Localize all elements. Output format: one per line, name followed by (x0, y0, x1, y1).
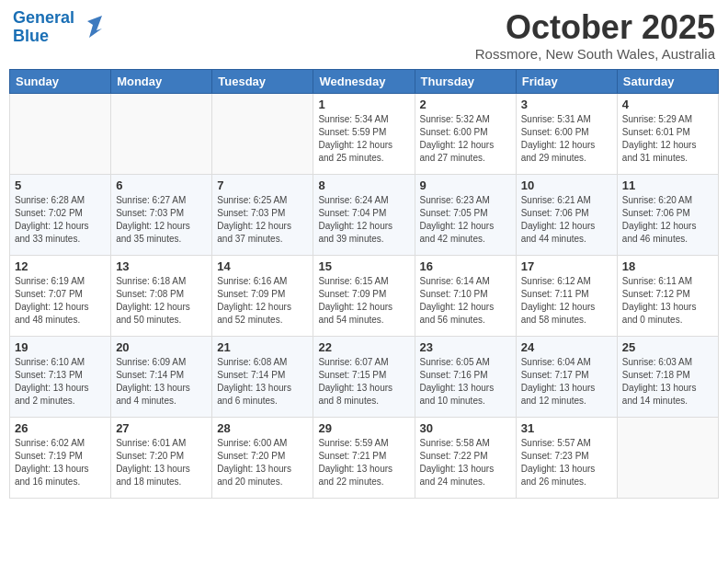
calendar-cell: 6Sunrise: 6:27 AM Sunset: 7:03 PM Daylig… (111, 174, 212, 255)
day-info: Sunrise: 5:32 AM Sunset: 6:00 PM Dayligh… (420, 113, 511, 165)
day-number: 19 (15, 340, 106, 354)
day-number: 8 (318, 178, 409, 192)
day-number: 16 (420, 259, 511, 273)
day-info: Sunrise: 6:01 AM Sunset: 7:20 PM Dayligh… (116, 437, 207, 488)
weekday-header-saturday: Saturday (617, 69, 718, 93)
calendar-cell: 14Sunrise: 6:16 AM Sunset: 7:09 PM Dayli… (212, 255, 313, 336)
day-number: 12 (15, 259, 106, 273)
day-number: 7 (217, 178, 308, 192)
day-info: Sunrise: 6:05 AM Sunset: 7:16 PM Dayligh… (420, 356, 511, 408)
day-info: Sunrise: 5:58 AM Sunset: 7:22 PM Dayligh… (420, 437, 511, 488)
calendar-cell: 23Sunrise: 6:05 AM Sunset: 7:16 PM Dayli… (415, 336, 516, 417)
day-info: Sunrise: 6:23 AM Sunset: 7:05 PM Dayligh… (420, 194, 511, 246)
day-number: 23 (420, 340, 511, 354)
day-number: 13 (116, 259, 207, 273)
calendar-cell: 18Sunrise: 6:11 AM Sunset: 7:12 PM Dayli… (617, 255, 718, 336)
logo-line2: Blue (13, 27, 49, 45)
day-info: Sunrise: 6:10 AM Sunset: 7:13 PM Dayligh… (15, 356, 106, 408)
day-info: Sunrise: 6:20 AM Sunset: 7:06 PM Dayligh… (622, 194, 713, 246)
day-number: 5 (15, 178, 106, 192)
day-number: 27 (116, 421, 207, 435)
calendar-cell: 27Sunrise: 6:01 AM Sunset: 7:20 PM Dayli… (111, 417, 212, 498)
calendar-cell: 13Sunrise: 6:18 AM Sunset: 7:08 PM Dayli… (111, 255, 212, 336)
calendar-cell: 28Sunrise: 6:00 AM Sunset: 7:20 PM Dayli… (212, 417, 313, 498)
calendar-cell: 5Sunrise: 6:28 AM Sunset: 7:02 PM Daylig… (10, 174, 111, 255)
day-number: 10 (521, 178, 612, 192)
calendar-cell: 8Sunrise: 6:24 AM Sunset: 7:04 PM Daylig… (313, 174, 415, 255)
day-info: Sunrise: 5:57 AM Sunset: 7:23 PM Dayligh… (521, 437, 612, 488)
day-number: 30 (420, 421, 511, 435)
calendar-table: SundayMondayTuesdayWednesdayThursdayFrid… (9, 69, 719, 499)
day-info: Sunrise: 6:08 AM Sunset: 7:14 PM Dayligh… (217, 356, 308, 408)
day-number: 15 (318, 259, 409, 273)
day-info: Sunrise: 6:15 AM Sunset: 7:09 PM Dayligh… (318, 275, 409, 327)
weekday-header-wednesday: Wednesday (313, 69, 415, 93)
day-info: Sunrise: 6:11 AM Sunset: 7:12 PM Dayligh… (622, 275, 713, 327)
day-info: Sunrise: 6:24 AM Sunset: 7:04 PM Dayligh… (318, 194, 409, 246)
day-number: 29 (318, 421, 409, 435)
day-info: Sunrise: 6:21 AM Sunset: 7:06 PM Dayligh… (521, 194, 612, 246)
day-number: 24 (521, 340, 612, 354)
day-info: Sunrise: 6:03 AM Sunset: 7:18 PM Dayligh… (622, 356, 713, 408)
calendar-cell (212, 93, 313, 174)
day-number: 25 (622, 340, 713, 354)
weekday-header-sunday: Sunday (10, 69, 111, 93)
day-info: Sunrise: 6:07 AM Sunset: 7:15 PM Dayligh… (318, 356, 409, 408)
calendar-cell: 7Sunrise: 6:25 AM Sunset: 7:03 PM Daylig… (212, 174, 313, 255)
day-info: Sunrise: 6:16 AM Sunset: 7:09 PM Dayligh… (217, 275, 308, 327)
calendar-title: October 2025 (475, 9, 715, 46)
calendar-cell: 17Sunrise: 6:12 AM Sunset: 7:11 PM Dayli… (516, 255, 617, 336)
day-info: Sunrise: 6:02 AM Sunset: 7:19 PM Dayligh… (15, 437, 106, 488)
day-number: 26 (15, 421, 106, 435)
weekday-header-row: SundayMondayTuesdayWednesdayThursdayFrid… (10, 69, 719, 93)
day-info: Sunrise: 6:04 AM Sunset: 7:17 PM Dayligh… (521, 356, 612, 408)
calendar-subtitle: Rossmore, New South Wales, Australia (475, 46, 715, 62)
calendar-cell: 12Sunrise: 6:19 AM Sunset: 7:07 PM Dayli… (10, 255, 111, 336)
day-info: Sunrise: 6:19 AM Sunset: 7:07 PM Dayligh… (15, 275, 106, 327)
logo: General Blue (13, 9, 104, 46)
calendar-cell (111, 93, 212, 174)
day-number: 11 (622, 178, 713, 192)
calendar-cell: 11Sunrise: 6:20 AM Sunset: 7:06 PM Dayli… (617, 174, 718, 255)
calendar-cell: 9Sunrise: 6:23 AM Sunset: 7:05 PM Daylig… (415, 174, 516, 255)
day-info: Sunrise: 6:12 AM Sunset: 7:11 PM Dayligh… (521, 275, 612, 327)
week-row-1: 1Sunrise: 5:34 AM Sunset: 5:59 PM Daylig… (10, 93, 719, 174)
day-info: Sunrise: 6:09 AM Sunset: 7:14 PM Dayligh… (116, 356, 207, 408)
day-number: 14 (217, 259, 308, 273)
day-info: Sunrise: 5:29 AM Sunset: 6:01 PM Dayligh… (622, 113, 713, 165)
calendar-cell: 1Sunrise: 5:34 AM Sunset: 5:59 PM Daylig… (313, 93, 415, 174)
calendar-cell (10, 93, 111, 174)
day-info: Sunrise: 6:14 AM Sunset: 7:10 PM Dayligh… (420, 275, 511, 327)
svg-marker-0 (87, 16, 102, 38)
calendar-cell: 2Sunrise: 5:32 AM Sunset: 6:00 PM Daylig… (415, 93, 516, 174)
calendar-cell (617, 417, 718, 498)
day-number: 4 (622, 98, 713, 111)
week-row-4: 19Sunrise: 6:10 AM Sunset: 7:13 PM Dayli… (10, 336, 719, 417)
calendar-cell: 15Sunrise: 6:15 AM Sunset: 7:09 PM Dayli… (313, 255, 415, 336)
calendar-cell: 25Sunrise: 6:03 AM Sunset: 7:18 PM Dayli… (617, 336, 718, 417)
logo-line1: General (13, 8, 74, 27)
day-number: 31 (521, 421, 612, 435)
calendar-cell: 19Sunrise: 6:10 AM Sunset: 7:13 PM Dayli… (10, 336, 111, 417)
calendar-cell: 22Sunrise: 6:07 AM Sunset: 7:15 PM Dayli… (313, 336, 415, 417)
weekday-header-thursday: Thursday (415, 69, 516, 93)
calendar-cell: 10Sunrise: 6:21 AM Sunset: 7:06 PM Dayli… (516, 174, 617, 255)
day-info: Sunrise: 5:59 AM Sunset: 7:21 PM Dayligh… (318, 437, 409, 488)
title-block: October 2025 Rossmore, New South Wales, … (475, 9, 715, 62)
weekday-header-monday: Monday (111, 69, 212, 93)
weekday-header-friday: Friday (516, 69, 617, 93)
week-row-3: 12Sunrise: 6:19 AM Sunset: 7:07 PM Dayli… (10, 255, 719, 336)
week-row-2: 5Sunrise: 6:28 AM Sunset: 7:02 PM Daylig… (10, 174, 719, 255)
logo-icon (76, 14, 104, 41)
calendar-cell: 29Sunrise: 5:59 AM Sunset: 7:21 PM Dayli… (313, 417, 415, 498)
logo-text: General Blue (13, 9, 74, 46)
day-number: 17 (521, 259, 612, 273)
week-row-5: 26Sunrise: 6:02 AM Sunset: 7:19 PM Dayli… (10, 417, 719, 498)
calendar-cell: 16Sunrise: 6:14 AM Sunset: 7:10 PM Dayli… (415, 255, 516, 336)
calendar-cell: 21Sunrise: 6:08 AM Sunset: 7:14 PM Dayli… (212, 336, 313, 417)
calendar-cell: 4Sunrise: 5:29 AM Sunset: 6:01 PM Daylig… (617, 93, 718, 174)
day-info: Sunrise: 6:28 AM Sunset: 7:02 PM Dayligh… (15, 194, 106, 246)
day-info: Sunrise: 5:34 AM Sunset: 5:59 PM Dayligh… (318, 113, 409, 165)
calendar-cell: 30Sunrise: 5:58 AM Sunset: 7:22 PM Dayli… (415, 417, 516, 498)
day-info: Sunrise: 6:00 AM Sunset: 7:20 PM Dayligh… (217, 437, 308, 488)
